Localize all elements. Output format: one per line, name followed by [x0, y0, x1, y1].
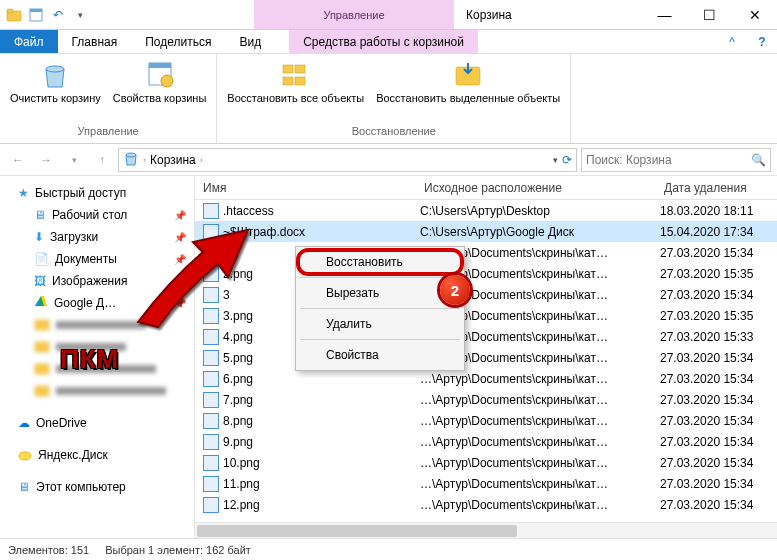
restore-all-button[interactable]: Восстановить все объекты [223, 56, 368, 107]
file-location: …\Артур\Documents\скрины\кат… [420, 393, 660, 407]
column-date[interactable]: Дата удаления [660, 181, 777, 195]
file-row[interactable]: 11.png…\Артур\Documents\скрины\кат…27.03… [195, 473, 777, 494]
sidebar-item-quick-access[interactable]: ★ Быстрый доступ [0, 182, 194, 204]
file-icon [203, 413, 219, 429]
svg-rect-1 [7, 9, 13, 13]
ribbon-tabs: Файл Главная Поделиться Вид Средства раб… [0, 30, 777, 54]
recycle-bin-icon [39, 58, 71, 90]
annotation-badge-2: 2 [440, 275, 470, 305]
folder-icon [34, 361, 50, 378]
context-menu-separator [300, 277, 460, 278]
forward-button[interactable]: → [34, 148, 58, 172]
context-menu-cut[interactable]: Вырезать [298, 281, 462, 305]
file-list[interactable]: .htaccessC:\Users\Артур\Desktop18.03.202… [195, 200, 777, 522]
file-row[interactable]: 10.png…\Артур\Documents\скрины\кат…27.03… [195, 452, 777, 473]
contextual-tab-header: Управление [254, 0, 454, 29]
quick-access-toolbar: ↶ ▾ [0, 0, 94, 29]
column-location[interactable]: Исходное расположение [420, 181, 660, 195]
file-name: 9.png [223, 435, 420, 449]
ribbon-collapse-icon[interactable]: ^ [717, 30, 747, 53]
context-menu-delete[interactable]: Удалить [298, 312, 462, 336]
properties-icon[interactable] [28, 7, 44, 23]
context-menu-restore[interactable]: Восстановить [298, 250, 462, 274]
tab-view[interactable]: Вид [225, 30, 275, 53]
refresh-icon[interactable]: ⟳ [562, 153, 572, 167]
svg-rect-3 [30, 9, 42, 12]
column-name[interactable]: Имя [195, 181, 420, 195]
file-row[interactable]: 12.png…\Артур\Documents\скрины\кат…27.03… [195, 494, 777, 515]
search-box[interactable]: 🔍 [581, 148, 771, 172]
context-menu-properties[interactable]: Свойства [298, 343, 462, 367]
sidebar-item-this-pc[interactable]: 🖥 Этот компьютер [0, 476, 194, 498]
horizontal-scrollbar[interactable] [195, 522, 777, 538]
file-row[interactable]: 2…\Артур\Documents\скрины\кат…27.03.2020… [195, 242, 777, 263]
file-location: C:\Users\Артур\Desktop [420, 204, 660, 218]
file-row[interactable]: 6.png…\Артур\Documents\скрины\кат…27.03.… [195, 368, 777, 389]
file-row[interactable]: 5.png…\Артур\Documents\скрины\кат…27.03.… [195, 347, 777, 368]
minimize-button[interactable]: — [642, 0, 687, 29]
svg-point-13 [126, 153, 136, 157]
restore-all-icon [280, 58, 312, 90]
sidebar-item-onedrive[interactable]: ☁ OneDrive [0, 412, 194, 434]
file-row[interactable]: 2.png…\Артур\Documents\скрины\кат…27.03.… [195, 263, 777, 284]
file-name: 8.png [223, 414, 420, 428]
context-tab-label: Управление [323, 9, 384, 21]
file-location: …\Артур\Documents\скрины\кат… [420, 435, 660, 449]
file-row[interactable]: 4.png…\Артур\Documents\скрины\кат…27.03.… [195, 326, 777, 347]
sidebar-item-folder[interactable] [0, 380, 194, 402]
bin-props-button[interactable]: Свойства корзины [109, 56, 211, 107]
back-button[interactable]: ← [6, 148, 30, 172]
svg-rect-17 [35, 320, 49, 330]
file-name: 6.png [223, 372, 420, 386]
titlebar: ↶ ▾ Управление Корзина — ☐ ✕ [0, 0, 777, 30]
search-input[interactable] [586, 153, 751, 167]
svg-point-7 [161, 75, 173, 87]
tab-file[interactable]: Файл [0, 30, 58, 53]
tab-share[interactable]: Поделиться [131, 30, 225, 53]
google-drive-icon [34, 295, 48, 312]
undo-icon[interactable]: ↶ [50, 7, 66, 23]
file-row[interactable]: 7.png…\Артур\Documents\скрины\кат…27.03.… [195, 389, 777, 410]
help-icon[interactable]: ? [747, 30, 777, 53]
maximize-button[interactable]: ☐ [687, 0, 732, 29]
breadcrumb[interactable]: › Корзина › ▾ ⟳ [118, 148, 577, 172]
search-icon[interactable]: 🔍 [751, 153, 766, 167]
up-button[interactable]: ↑ [90, 148, 114, 172]
svg-rect-9 [295, 65, 305, 73]
breadcrumb-dropdown-icon[interactable]: ▾ [553, 155, 558, 165]
tab-home[interactable]: Главная [58, 30, 132, 53]
ribbon-group-label: Восстановление [223, 125, 564, 141]
tab-recycle-tools[interactable]: Средства работы с корзиной [289, 30, 478, 53]
file-row[interactable]: 3…\Артур\Documents\скрины\кат…27.03.2020… [195, 284, 777, 305]
qat-dropdown-icon[interactable]: ▾ [72, 7, 88, 23]
status-item-count: Элементов: 151 [8, 544, 89, 556]
svg-point-21 [19, 452, 31, 460]
file-date: 27.03.2020 15:34 [660, 498, 777, 512]
file-name: 10.png [223, 456, 420, 470]
file-row[interactable]: .htaccessC:\Users\Артур\Desktop18.03.202… [195, 200, 777, 221]
recent-locations-icon[interactable]: ▾ [62, 148, 86, 172]
breadcrumb-segment[interactable]: Корзина [150, 153, 196, 167]
star-icon: ★ [18, 186, 29, 200]
file-location: C:\Users\Артур\Google Диск [420, 225, 660, 239]
file-location: …\Артур\Documents\скрины\кат… [420, 456, 660, 470]
file-date: 27.03.2020 15:34 [660, 372, 777, 386]
file-icon [203, 476, 219, 492]
restore-selected-button[interactable]: Восстановить выделенные объекты [372, 56, 564, 107]
ribbon-group-manage: Очистить корзину Свойства корзины Управл… [0, 54, 217, 143]
sidebar-item-yandex-disk[interactable]: Яндекс.Диск [0, 444, 194, 466]
status-selection: Выбран 1 элемент: 162 байт [105, 544, 251, 556]
file-date: 27.03.2020 15:34 [660, 288, 777, 302]
annotation-pkm-label: ПКМ [60, 344, 119, 375]
file-row[interactable]: 8.png…\Артур\Documents\скрины\кат…27.03.… [195, 410, 777, 431]
close-button[interactable]: ✕ [732, 0, 777, 29]
annotation-arrow [128, 222, 258, 332]
file-row[interactable]: ~$Штраф.docxC:\Users\Артур\Google Диск15… [195, 221, 777, 242]
file-row[interactable]: 3.png…\Артур\Documents\скрины\кат…27.03.… [195, 305, 777, 326]
file-location: …\Артур\Documents\скрины\кат… [420, 498, 660, 512]
status-bar: Элементов: 151 Выбран 1 элемент: 162 бай… [0, 538, 777, 560]
file-row[interactable]: 9.png…\Артур\Documents\скрины\кат…27.03.… [195, 431, 777, 452]
documents-icon: 📄 [34, 252, 49, 266]
empty-bin-button[interactable]: Очистить корзину [6, 56, 105, 107]
column-headers: Имя Исходное расположение Дата удаления [195, 176, 777, 200]
